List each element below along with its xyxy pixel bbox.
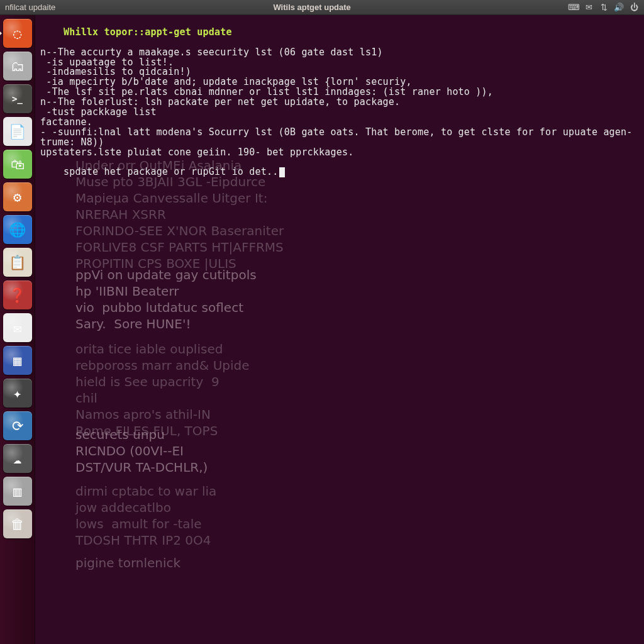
terminal-output-line: - -suunfi:lnal latt modena's Socurry lst… xyxy=(40,128,639,148)
app1-icon[interactable]: ▦ xyxy=(3,346,32,375)
settings-icon[interactable]: ⚙ xyxy=(3,182,32,211)
text-editor-icon[interactable]: 📄 xyxy=(3,117,32,146)
terminal-output-line: upstaters.lste pluiat cone geiin. 190- b… xyxy=(40,148,639,158)
terminal-current-text: spdate het package or rupGit io det.. xyxy=(64,166,279,177)
panel-left-title: nfilcat updaite xyxy=(5,3,55,12)
weather-icon[interactable]: ☁ xyxy=(3,444,32,473)
terminal-viewport[interactable]: Under orr OutMEi Asalania Muse pto 3BJAI… xyxy=(35,15,644,644)
trash-icon[interactable]: 🗑 xyxy=(3,509,32,538)
terminal-prompt: Whillx topor:: xyxy=(64,26,145,38)
ghost-text-block-4: securets unpu RICNDO (00VI--EI DST/VUR T… xyxy=(75,426,208,475)
terminal-current-line: spdate het package or rupGit io det.. xyxy=(40,157,639,187)
terminal-icon[interactable]: >_ xyxy=(3,84,32,113)
mail-icon[interactable]: ✉ xyxy=(3,313,32,342)
document-icon[interactable]: 📋 xyxy=(3,248,32,277)
mail-indicator-icon[interactable]: ✉ xyxy=(584,3,594,13)
terminal-command: appt-get update xyxy=(145,26,231,38)
keyboard-indicator-icon[interactable]: ⌨ xyxy=(569,3,579,13)
network-indicator-icon[interactable]: ⇅ xyxy=(599,3,609,13)
files-icon[interactable]: 🗂 xyxy=(3,52,32,80)
terminal-cursor xyxy=(279,167,285,177)
ghost-text-block-5: dirmi cptabc to war lia jow addecatlbo l… xyxy=(75,483,216,548)
dash-home-icon[interactable]: ◌ xyxy=(3,19,32,48)
software-center-icon[interactable]: 🛍 xyxy=(3,150,32,179)
ghost-text-block-2: ppVi on update gay cutitpols hp 'IIBNI B… xyxy=(75,267,257,332)
app2-icon[interactable]: ✦ xyxy=(3,379,32,408)
ghost-text-block-6: pigine tornlenick xyxy=(75,555,180,571)
terminal-prompt-line: Whillx topor::appt-get update xyxy=(40,18,639,48)
window-title: Witils aptget update xyxy=(55,3,569,12)
terminal-output-line: -tust packkage list xyxy=(40,108,639,118)
ghost-text-block-3: orita tice iable ouplised rebpoross marr… xyxy=(75,341,250,439)
updater-icon[interactable]: ⟳ xyxy=(3,411,32,440)
help-icon[interactable]: ❓ xyxy=(3,280,32,309)
unity-launcher: ◌ 🗂 >_ 📄 🛍 ⚙ 🌐 📋 ❓ ✉ ▦ ✦ ⟳ ☁ ▥ 🗑 xyxy=(0,15,35,644)
top-panel: nfilcat updaite Witils aptget update ⌨ ✉… xyxy=(0,0,644,15)
browser-icon[interactable]: 🌐 xyxy=(3,215,32,244)
sound-indicator-icon[interactable]: 🔊 xyxy=(614,3,624,13)
app3-icon[interactable]: ▥ xyxy=(3,477,32,506)
power-indicator-icon[interactable]: ⏻ xyxy=(629,3,639,13)
panel-indicators: ⌨ ✉ ⇅ 🔊 ⏻ xyxy=(569,3,639,13)
